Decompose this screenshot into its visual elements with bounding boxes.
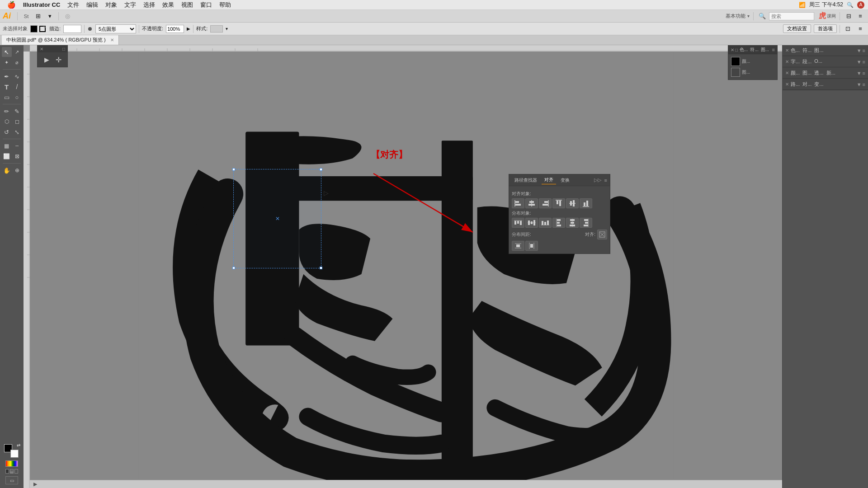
menu-window[interactable]: 窗口 [197,1,216,9]
close-icon-3[interactable]: ✕ [785,70,789,75]
doc-settings-btn[interactable]: 文档设置 [783,24,811,33]
mini-add-btn[interactable]: ✛ [54,55,63,64]
gradient-swatch[interactable] [5,460,18,467]
dist-left-btn[interactable] [552,218,565,228]
search-icon[interactable]: 🔍 [847,2,854,8]
menu-select[interactable]: 选择 [140,1,159,9]
more-panel-icon-2[interactable]: ≡ [863,59,865,65]
scale-tool[interactable]: ⤡ [12,127,22,137]
bg-color[interactable] [10,450,19,458]
hand-tool[interactable]: ✋ [2,165,12,175]
collapse-icon-3[interactable]: ▼ [857,70,862,76]
para-panel-tab[interactable]: 段... [802,58,811,65]
dist-right-btn[interactable] [580,218,592,228]
brush-select[interactable]: 5点圆形 [95,24,136,33]
align-right-btn[interactable] [539,198,552,208]
align-to-btn[interactable] [597,230,607,239]
pencil-tool[interactable]: ✎ [12,106,22,116]
more-options-icon[interactable]: ≡ [855,24,865,34]
gradient-mode-btn[interactable] [10,469,14,474]
rectangle-tool[interactable]: ▭ [2,92,12,102]
opentype-panel-tab[interactable]: O... [814,58,822,65]
panels-icon[interactable]: ⊟ [844,11,854,21]
panel-menu-icon[interactable]: ≡ [604,178,607,183]
mini-play-btn[interactable]: ▶ [42,55,51,64]
align-left-btn[interactable] [512,198,524,208]
arrange-dropdown[interactable]: ▾ [45,11,55,21]
collapse-icon[interactable]: ▼ [857,48,862,53]
transform-panel-tab[interactable]: 变... [814,81,823,88]
rotate-tool[interactable]: ↺ [2,127,12,137]
align-panel-tab-right[interactable]: 对... [802,81,811,88]
menu-file[interactable]: 文件 [64,1,83,9]
opacity-arrow[interactable]: ▶ [187,26,190,31]
curvature-tool[interactable]: ∿ [12,71,22,81]
close-icon-4[interactable]: ✕ [785,82,789,87]
stroke-swatch-group[interactable]: ✎ [38,25,47,33]
color-swatch-1[interactable] [731,57,740,66]
zoom-tool[interactable]: ⊕ [12,165,22,175]
fill-swatch[interactable] [30,25,38,33]
color-tab[interactable]: 色... [740,47,748,53]
shaper-tool[interactable]: ⬡ [2,117,12,127]
style-swatch[interactable] [210,25,223,33]
align-top-btn[interactable] [552,198,565,208]
graphic-panel-tab[interactable]: 图... [814,47,823,54]
tab-close[interactable]: ✕ [110,38,114,42]
spacing-v-btn[interactable] [512,241,524,251]
close-icon-1[interactable]: ✕ [785,48,789,53]
user-icon[interactable]: A [857,1,864,9]
slice-tool[interactable]: ⊠ [12,151,22,161]
layers-tab[interactable]: 图... [802,70,811,76]
more-icon[interactable]: ≡ [855,11,865,21]
type-tool[interactable]: T [2,82,12,92]
screen-mode-btn[interactable]: ▭ [5,476,18,484]
workspace-dropdown[interactable]: ▾ [747,14,750,19]
graph-tool[interactable]: ▦ [2,141,12,151]
preferences-btn[interactable]: 首选项 [814,24,837,33]
menu-help[interactable]: 帮助 [216,1,235,9]
menu-app[interactable]: Illustrator CC [19,1,64,8]
symbol-panel-tab[interactable]: 符... [802,47,811,54]
menu-object[interactable]: 对象 [102,1,121,9]
style-arrow[interactable]: ▾ [226,26,228,31]
color-mode-btn[interactable] [5,469,9,474]
color-panel-menu[interactable]: ≡ [772,47,775,52]
stroke-input[interactable] [63,25,81,33]
search-toolbar-icon[interactable]: 🔍 [757,11,767,21]
magic-wand-tool[interactable]: ✦ [2,57,12,67]
color-panel-header[interactable]: ✕ □ 色... 符... 图... ≡ [728,46,777,54]
type-panel-tab[interactable]: 字... [791,58,800,65]
new-item-tab[interactable]: 新... [826,70,835,76]
ellipse-tool[interactable]: ○ [12,92,22,102]
mini-expand-btn[interactable]: □ [62,47,65,52]
arrange-icon[interactable]: ⊞ [33,11,43,21]
swap-colors[interactable]: ⇄ [17,443,20,448]
dist-v-center-btn[interactable] [525,218,538,228]
align-v-center-btn[interactable] [566,198,579,208]
menu-type[interactable]: 文字 [121,1,140,9]
dist-top-btn[interactable] [512,218,524,228]
mini-panel-header[interactable]: ✕ □ [38,46,67,52]
color-panel-expand[interactable]: □ [735,47,738,52]
color-swatch-2[interactable] [731,68,740,77]
transform-tab[interactable]: 变换 [558,176,572,184]
color-panel-tab[interactable]: 色... [791,47,800,54]
pathfinder-panel-header[interactable]: 路径查找器 对齐 变换 ▷▷ ≡ [509,174,610,186]
line-tool[interactable]: / [12,82,22,92]
apple-menu[interactable]: 🍎 [4,1,19,9]
transparency-tab[interactable]: 透... [814,70,823,76]
color-panel-close[interactable]: ✕ [731,47,734,52]
more-panel-icon-4[interactable]: ≡ [863,82,865,87]
menu-effect[interactable]: 效果 [159,1,178,9]
none-mode-btn[interactable] [14,469,18,474]
more-panel-icon[interactable]: ≡ [863,48,865,53]
file-tab[interactable]: 中秋团圆.pdf* @ 634.24% ( RGB/GPU 预览 ) ✕ [2,35,119,45]
collapse-icon-2[interactable]: ▼ [857,59,862,65]
dist-bottom-btn[interactable] [539,218,552,228]
new-doc-icon[interactable]: St [21,11,31,21]
search-input[interactable] [769,12,814,20]
direct-selection-tool[interactable]: ↗ [12,47,22,57]
library-icon[interactable]: ◎ [62,11,72,21]
selection-tool[interactable]: ↖ [2,47,12,57]
